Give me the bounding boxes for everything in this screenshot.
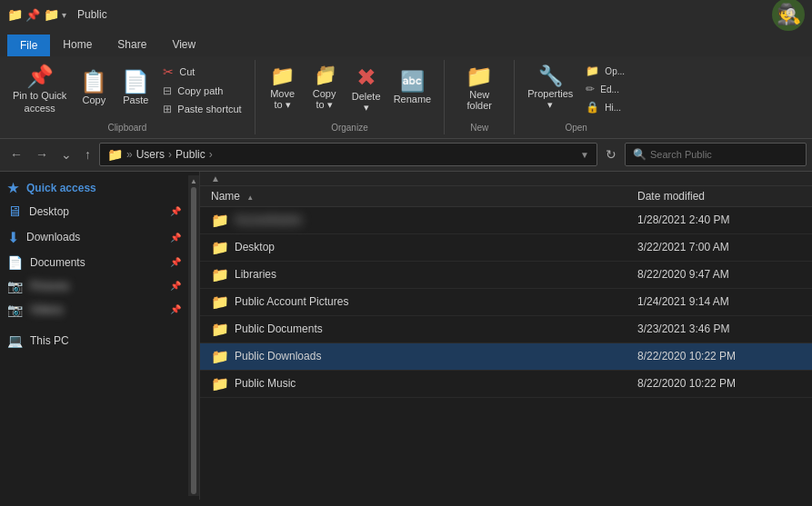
tab-view[interactable]: View (159, 33, 208, 56)
open-sub-button[interactable]: 📁 Op... (580, 62, 630, 80)
new-items: 📁 Newfolder (452, 62, 506, 119)
open-partial-label: Op... (605, 66, 625, 76)
file-icon-public-downloads: 📁 (211, 348, 229, 365)
refresh-button[interactable]: ↻ (601, 144, 621, 164)
properties-icon: 🔧 (538, 66, 563, 86)
col-name-sort: ▲ (246, 193, 254, 202)
paste-button[interactable]: 📄 Paste (115, 62, 155, 114)
copy-path-button[interactable]: ⊟ Copy path (157, 82, 246, 100)
properties-label: Properties▾ (527, 88, 573, 111)
new-folder-button[interactable]: 📁 Newfolder (452, 62, 506, 114)
sidebar-desktop-label: Desktop (29, 205, 69, 218)
tab-home[interactable]: Home (50, 33, 105, 56)
copy-to-button[interactable]: 📁 📁 Copyto ▾ (305, 62, 345, 114)
file-name-public-documents: Public Documents (235, 322, 632, 335)
breadcrumb-public[interactable]: Public (175, 148, 206, 161)
file-name-blurred: Accountname (235, 213, 632, 226)
rename-button[interactable]: 🔤 Rename (388, 62, 437, 114)
sidebar: ★ Quick access 🖥 Desktop 📌 ⬇ Downloads 📌… (0, 172, 200, 500)
address-dropdown[interactable]: ▼ (580, 150, 589, 160)
copy-to-label: Copyto ▾ (313, 88, 336, 111)
organize-items: 📁 Moveto ▾ 📁 📁 Copyto ▾ ✖ Delete▾ 🔤 Rena… (263, 62, 437, 119)
file-date-libraries: 8/22/2020 9:47 AM (637, 268, 801, 281)
recent-locations-button[interactable]: ⌄ (56, 144, 76, 164)
search-icon: 🔍 (633, 148, 647, 161)
downloads-pin: 📌 (170, 233, 181, 243)
file-name-libraries: Libraries (235, 268, 632, 281)
file-row-blurred[interactable]: 📁 Accountname 1/28/2021 2:40 PM (200, 207, 812, 234)
copy-to-icon: 📁 📁 (315, 66, 335, 86)
file-list-header: Name ▲ Date modified (200, 186, 812, 207)
sidebar-blurred1-label: Pictures (30, 280, 163, 293)
paste-shortcut-icon: ⊞ (163, 103, 172, 115)
sidebar-item-downloads[interactable]: ⬇ Downloads 📌 (0, 224, 188, 251)
avatar: 🕵️ (772, 0, 805, 31)
tab-file[interactable]: File (7, 35, 50, 56)
pin-icon: 📌 (25, 7, 40, 22)
paste-icon: 📄 (122, 71, 149, 93)
move-to-label: Moveto ▾ (270, 88, 295, 111)
breadcrumb-users[interactable]: Users (136, 148, 165, 161)
open-items: 🔧 Properties▾ 📁 Op... ✏ Ed... 🔒 (522, 62, 630, 119)
breadcrumb-sep-left: » (126, 148, 133, 161)
sidebar-scroll-thumb[interactable] (191, 187, 196, 494)
ribbon: 📌 Pin to Quickaccess 📋 Copy 📄 Paste ✂ Cu… (0, 56, 812, 139)
delete-button[interactable]: ✖ Delete▾ (346, 62, 386, 117)
up-button[interactable]: ↑ (80, 144, 95, 164)
col-date-label: Date modified (637, 190, 705, 203)
file-icon-blurred: 📁 (211, 212, 229, 229)
file-list: ▲ Name ▲ Date modified 📁 Accountname 1/2… (200, 172, 812, 500)
breadcrumb-arrow: › (168, 148, 172, 161)
col-name-label: Name (211, 190, 240, 203)
pin-icon: 📌 (26, 65, 54, 87)
breadcrumb: » Users › Public › (126, 148, 213, 161)
sidebar-blurred2-label: Videos (30, 303, 163, 316)
documents-icon: 📄 (7, 255, 23, 270)
edit-label: Ed... (600, 84, 619, 94)
file-icon-desktop: 📁 (211, 239, 229, 256)
rename-label: Rename (394, 94, 432, 104)
clipboard-label: Clipboard (107, 123, 146, 133)
search-input[interactable] (650, 149, 798, 160)
pin-label: Pin to Quickaccess (13, 89, 66, 115)
sidebar-item-blurred2[interactable]: 📷 Videos 📌 (0, 298, 188, 322)
edit-icon: ✏ (586, 83, 595, 95)
properties-button[interactable]: 🔧 Properties▾ (522, 62, 578, 114)
edit-button[interactable]: ✏ Ed... (580, 80, 630, 98)
copy-path-icon: ⊟ (163, 84, 172, 97)
sidebar-scrollbar[interactable]: ▲ (188, 175, 199, 496)
title-dropdown[interactable]: ▾ (62, 10, 66, 20)
move-to-button[interactable]: 📁 Moveto ▾ (263, 62, 303, 114)
file-row-account-pictures[interactable]: 📁 Public Account Pictures 1/24/2021 9:14… (200, 289, 812, 316)
cut-button[interactable]: ✂ Cut (157, 62, 246, 82)
sidebar-scroll-up[interactable]: ▲ (190, 175, 197, 185)
forward-button[interactable]: → (31, 144, 53, 164)
copy-path-label: Copy path (177, 85, 223, 96)
folder-icon: 📁 (44, 7, 58, 22)
sidebar-item-desktop[interactable]: 🖥 Desktop 📌 (0, 199, 188, 224)
breadcrumb-end: › (209, 148, 213, 161)
sidebar-item-this-pc[interactable]: 💻 This PC (0, 329, 188, 352)
pin-to-quick-access-button[interactable]: 📌 Pin to Quickaccess (7, 62, 72, 119)
copy-button[interactable]: 📋 Copy (74, 62, 114, 114)
back-button[interactable]: ← (5, 144, 27, 164)
paste-shortcut-button[interactable]: ⊞ Paste shortcut (157, 100, 246, 118)
search-bar[interactable]: 🔍 (625, 143, 807, 166)
sidebar-item-documents[interactable]: 📄 Documents 📌 (0, 251, 188, 274)
address-bar[interactable]: 📁 » Users › Public › ▼ (99, 143, 597, 166)
file-icon-account-pictures: 📁 (211, 293, 229, 311)
history-button[interactable]: 🔒 Hi... (580, 98, 630, 116)
file-row-public-downloads[interactable]: 📁 Public Downloads 8/22/2020 10:22 PM (200, 343, 812, 371)
file-row-libraries[interactable]: 📁 Libraries 8/22/2020 9:47 AM (200, 262, 812, 289)
file-row-public-documents[interactable]: 📁 Public Documents 3/23/2021 3:46 PM (200, 316, 812, 343)
sidebar-documents-label: Documents (30, 256, 85, 269)
tab-share[interactable]: Share (105, 33, 159, 56)
file-row-desktop[interactable]: 📁 Desktop 3/22/2021 7:00 AM (200, 234, 812, 262)
copy-icon: 📋 (80, 71, 107, 93)
file-row-public-music[interactable]: 📁 Public Music 8/22/2020 10:22 PM (200, 371, 812, 398)
sort-row: ▲ (200, 172, 812, 186)
col-date[interactable]: Date modified (637, 190, 801, 203)
quick-access-star: ★ (7, 181, 19, 195)
sidebar-item-blurred1[interactable]: 📷 Pictures 📌 (0, 274, 188, 298)
col-name[interactable]: Name ▲ (211, 190, 637, 203)
